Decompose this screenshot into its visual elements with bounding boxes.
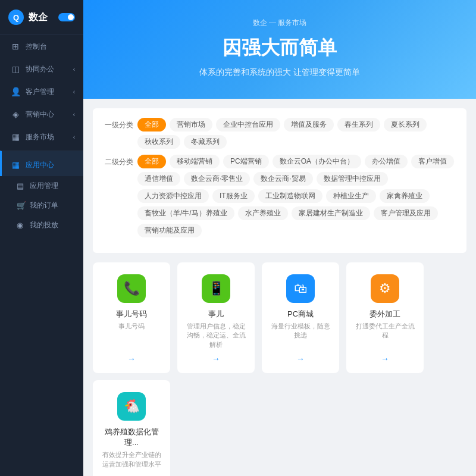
- app-name: 事儿: [208, 309, 224, 320]
- app-manage-icon: ▤: [17, 181, 26, 191]
- arrow-icon: →: [296, 354, 305, 364]
- sidebar-item-label: 客户管理: [26, 87, 54, 97]
- sidebar-item-app-center[interactable]: ▦ 应用中心: [0, 151, 83, 176]
- filter-level2-row: 二级分类 全部移动端营销PC端营销数企云OA（办公中台）办公增值客户增值通信增值…: [105, 155, 455, 237]
- filter-tag-level2[interactable]: 通信增值: [137, 172, 180, 186]
- filter-tag-level2[interactable]: 畜牧业（羊/牛/马）养殖业: [137, 206, 234, 220]
- app-desc: 有效提升全产业链的运营加强和管理水平: [101, 450, 162, 469]
- filter-level1-row: 一级分类 全部营销市场企业中控台应用增值及服务春生系列夏长系列秋收系列冬藏系列: [105, 118, 455, 149]
- app-card[interactable]: ⚙委外加工打通委代工生产全流程→: [346, 262, 424, 373]
- filter-tag-level2[interactable]: PC端营销: [223, 155, 269, 168]
- filter-tag-level1[interactable]: 全部: [137, 118, 166, 131]
- service-icon: ▦: [10, 131, 21, 142]
- sidebar-item-office[interactable]: ◫ 协同办公 ‹: [0, 58, 83, 80]
- filter-tag-level1[interactable]: 秋收系列: [137, 135, 180, 149]
- filter-tag-level2[interactable]: 工业制造物联网: [258, 189, 322, 203]
- sidebar-item-service[interactable]: ▦ 服务市场 ‹: [0, 126, 83, 148]
- app-card[interactable]: 📞事儿号码事儿号码→: [93, 262, 170, 373]
- filter-section: 一级分类 全部营销市场企业中控台应用增值及服务春生系列夏长系列秋收系列冬藏系列 …: [93, 108, 466, 253]
- filter-tag-level2[interactable]: 办公增值: [365, 155, 408, 168]
- filter-level2-tags: 全部移动端营销PC端营销数企云OA（办公中台）办公增值客户增值通信增值数企云商·…: [137, 155, 455, 237]
- orders-icon: 🛒: [17, 201, 26, 211]
- filter-tag-level2[interactable]: 客户管理及应用: [374, 206, 438, 220]
- sidebar-sub-item-my-delivery[interactable]: ◉ 我的投放: [0, 215, 83, 235]
- filter-tag-level2[interactable]: IT服务业: [212, 189, 255, 203]
- app-name: 委外加工: [369, 309, 400, 320]
- chevron-right-icon: ‹: [73, 89, 75, 95]
- sidebar-item-customer[interactable]: 👤 客户管理 ‹: [0, 80, 83, 103]
- app-desc: 管理用户信息，稳定沟畅，稳定运、全流解析: [186, 322, 246, 349]
- hero-banner: 数企 — 服务市场 因强大而简单 体系的完善和系统的强大 让管理变得更简单: [83, 0, 476, 99]
- chevron-right-icon: ‹: [73, 66, 75, 73]
- sidebar-item-label: 服务市场: [26, 132, 54, 142]
- filter-tag-level2[interactable]: 全部: [137, 155, 166, 168]
- sidebar-sub-label: 应用管理: [30, 181, 58, 191]
- brand-name: 数企: [29, 11, 48, 24]
- app-desc: 事儿号码: [118, 322, 145, 331]
- app-name: PC商城: [287, 309, 314, 320]
- marketing-icon: ◈: [10, 109, 21, 120]
- office-icon: ◫: [10, 64, 21, 74]
- filter-level1-tags: 全部营销市场企业中控台应用增值及服务春生系列夏长系列秋收系列冬藏系列: [137, 118, 455, 149]
- console-icon: ⊞: [10, 41, 21, 52]
- app-desc: 打通委代工生产全流程: [355, 322, 415, 340]
- app-center-icon: ▦: [10, 159, 21, 170]
- sidebar-header: Q 数企: [0, 0, 83, 35]
- arrow-icon: →: [381, 354, 389, 364]
- filter-tag-level2[interactable]: 客户增值: [411, 155, 454, 168]
- sidebar-sub-label: 我的订单: [30, 201, 58, 211]
- filter-tag-level1[interactable]: 春生系列: [337, 118, 380, 131]
- chevron-right-icon: ‹: [73, 111, 75, 118]
- filter-tag-level2[interactable]: 家居建材生产制造业: [292, 206, 370, 220]
- filter-tag-level2[interactable]: 种植业生产: [326, 189, 376, 203]
- sidebar-item-label: 控制台: [26, 42, 47, 52]
- app-icon: 📱: [202, 274, 230, 303]
- filter-tag-level1[interactable]: 营销市场: [170, 118, 212, 131]
- app-name: 鸡养殖数据化管理...: [101, 427, 162, 448]
- filter-tag-level2[interactable]: 营销功能及应用: [137, 224, 202, 237]
- customer-icon: 👤: [10, 86, 21, 97]
- app-grid: 📞事儿号码事儿号码→📱事儿管理用户信息，稳定沟畅，稳定运、全流解析→🛍PC商城海…: [93, 262, 466, 476]
- sidebar-sub-item-app-manage[interactable]: ▤ 应用管理: [0, 176, 83, 196]
- sidebar-item-label: 协同办公: [26, 64, 54, 74]
- arrow-icon: →: [127, 474, 136, 476]
- sidebar-sub-item-my-orders[interactable]: 🛒 我的订单: [0, 196, 83, 215]
- filter-level1-label: 一级分类: [105, 118, 137, 130]
- filter-tag-level1[interactable]: 企业中控台应用: [216, 118, 280, 131]
- delivery-icon: ◉: [17, 221, 26, 230]
- sidebar-item-label: 应用中心: [26, 160, 54, 170]
- app-card[interactable]: 🛍PC商城海量行业模板，随意挑选→: [262, 262, 339, 373]
- filter-tag-level2[interactable]: 家禽养殖业: [380, 189, 430, 203]
- app-card[interactable]: 🐔鸡养殖数据化管理...有效提升全产业链的运营加强和管理水平→: [93, 380, 170, 476]
- filter-tag-level2[interactable]: 数企云商·零售业: [184, 172, 250, 186]
- filter-tag-level2[interactable]: 水产养殖业: [238, 206, 288, 220]
- chevron-right-icon: ‹: [73, 134, 75, 140]
- main-content: 数企 — 服务市场 因强大而简单 体系的完善和系统的强大 让管理变得更简单 一级…: [83, 0, 476, 476]
- filter-tag-level1[interactable]: 夏长系列: [384, 118, 427, 131]
- logo-icon: Q: [8, 10, 24, 25]
- sidebar-sub-label: 我的投放: [30, 220, 58, 230]
- app-desc: 海量行业模板，随意挑选: [270, 322, 331, 340]
- app-icon: 🐔: [117, 392, 146, 421]
- arrow-icon: →: [127, 354, 136, 364]
- sidebar-item-console[interactable]: ⊞ 控制台: [0, 35, 83, 58]
- filter-level2-label: 二级分类: [105, 155, 137, 167]
- app-icon: 🛍: [286, 274, 315, 303]
- filter-tag-level1[interactable]: 增值及服务: [284, 118, 334, 131]
- app-icon: 📞: [117, 274, 146, 303]
- app-icon: ⚙: [371, 274, 399, 303]
- app-card[interactable]: 📱事儿管理用户信息，稳定沟畅，稳定运、全流解析→: [177, 262, 255, 373]
- filter-tag-level2[interactable]: 移动端营销: [170, 155, 220, 168]
- filter-tag-level2[interactable]: 人力资源中控应用: [137, 189, 209, 203]
- filter-tag-level1[interactable]: 冬藏系列: [184, 135, 227, 149]
- hero-title: 因强大而简单: [83, 35, 476, 61]
- sidebar-toggle[interactable]: [58, 13, 75, 21]
- filter-tag-level2[interactable]: 数企云商·贸易: [253, 172, 312, 186]
- hero-breadcrumb: 数企 — 服务市场: [83, 18, 476, 28]
- filter-tag-level2[interactable]: 数据管理中控应用: [317, 172, 388, 186]
- app-grid-section: 📞事儿号码事儿号码→📱事儿管理用户信息，稳定沟畅，稳定运、全流解析→🛍PC商城海…: [83, 262, 476, 476]
- arrow-icon: →: [212, 354, 220, 364]
- sidebar-item-marketing[interactable]: ◈ 营销中心 ‹: [0, 103, 83, 126]
- filter-tag-level2[interactable]: 数企云OA（办公中台）: [273, 155, 361, 168]
- app-name: 事儿号码: [116, 309, 147, 320]
